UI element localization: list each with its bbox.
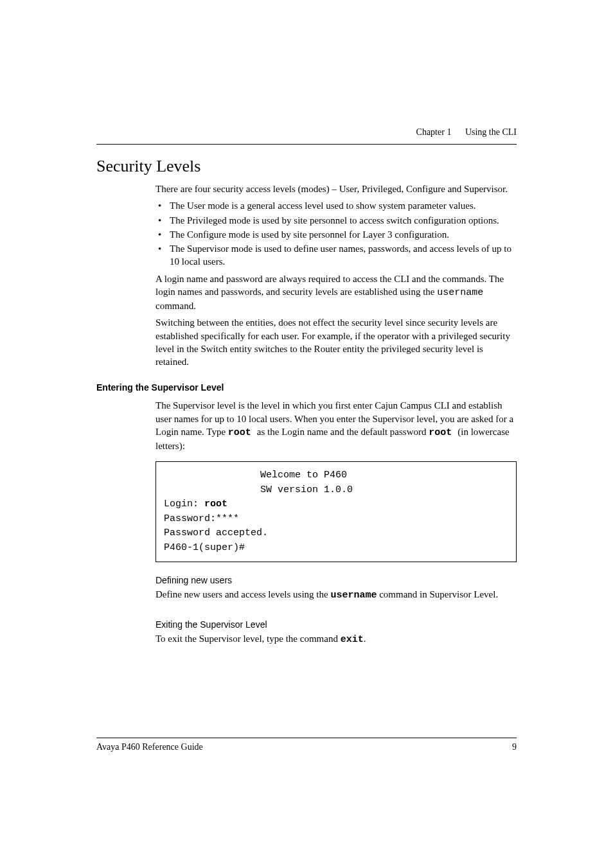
list-item: The Supervisor mode is used to define us… (155, 242, 517, 269)
code-line: Password:**** (164, 512, 508, 527)
inline-command: root (429, 427, 458, 438)
text: To exit the Supervisor level, type the c… (155, 633, 341, 644)
mode-list: The User mode is a general access level … (155, 199, 517, 268)
chapter-label: Chapter 1 (416, 127, 452, 137)
code-line: SW version 1.0.0 (164, 483, 508, 498)
text: command in Supervisor Level. (377, 589, 498, 599)
supervisor-body: The Supervisor level is the level in whi… (155, 399, 517, 646)
supervisor-paragraph: The Supervisor level is the level in whi… (155, 399, 517, 452)
supervisor-heading: Entering the Supervisor Level (96, 382, 517, 393)
inline-command: root (228, 427, 257, 438)
spacer (155, 607, 517, 616)
code-line: Login: root (164, 497, 508, 512)
section-body: There are four security access levels (m… (155, 182, 517, 368)
inline-command: username (330, 590, 377, 601)
defining-heading: Defining new users (155, 575, 517, 585)
list-item: The Configure mode is used by site perso… (155, 228, 517, 241)
terminal-output: Welcome to P460SW version 1.0.0Login: ro… (155, 461, 517, 562)
page-number: 9 (512, 742, 517, 752)
text: Define new users and access levels using… (155, 589, 330, 599)
chapter-title: Using the CLI (465, 127, 517, 137)
defining-paragraph: Define new users and access levels using… (155, 588, 517, 602)
login-value: root (204, 499, 227, 509)
inline-command: username (437, 287, 483, 298)
header-rule (96, 144, 517, 145)
running-header: Chapter 1 Using the CLI (416, 127, 517, 137)
text: as the Login name and the default passwo… (257, 427, 429, 437)
footer-rule (96, 738, 517, 738)
list-item: The Privileged mode is used by site pers… (155, 214, 517, 227)
text: . (364, 633, 366, 644)
footer-row: Avaya P460 Reference Guide 9 (96, 742, 517, 752)
page-footer: Avaya P460 Reference Guide 9 (96, 738, 517, 752)
inline-command: exit (341, 634, 364, 645)
content-area: Security Levels There are four security … (96, 157, 517, 650)
code-line: Welcome to P460 (164, 468, 508, 483)
section-heading: Security Levels (96, 157, 517, 176)
exiting-heading: Exiting the Supervisor Level (155, 619, 517, 630)
page: Chapter 1 Using the CLI Security Levels … (0, 0, 613, 868)
exiting-paragraph: To exit the Supervisor level, type the c… (155, 632, 517, 646)
login-paragraph: A login name and password are always req… (155, 272, 517, 313)
text: command. (155, 301, 196, 311)
code-line: Password accepted. (164, 526, 508, 541)
list-item: The User mode is a general access level … (155, 199, 517, 212)
code-line: P460-1(super)# (164, 541, 508, 556)
footer-left: Avaya P460 Reference Guide (96, 742, 203, 752)
switching-paragraph: Switching between the entities, does not… (155, 316, 517, 368)
intro-paragraph: There are four security access levels (m… (155, 182, 517, 195)
text: Login: (164, 499, 204, 509)
